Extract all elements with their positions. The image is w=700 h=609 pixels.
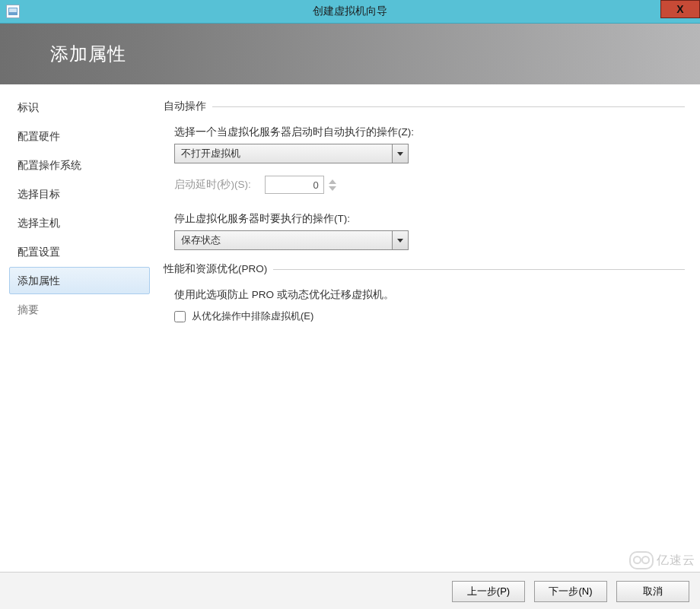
title-bar: 创建虚拟机向导 X <box>0 0 700 24</box>
spinner-down-icon[interactable] <box>329 186 336 191</box>
previous-button[interactable]: 上一步(P) <box>452 581 525 602</box>
group-divider <box>273 269 685 270</box>
start-action-select[interactable]: 不打开虚拟机 <box>174 144 409 163</box>
group-label: 自动操作 <box>164 100 206 113</box>
chevron-down-icon[interactable] <box>392 231 408 249</box>
nav-item-summary[interactable]: 摘要 <box>9 296 150 323</box>
stop-action-value: 保存状态 <box>175 231 392 249</box>
wizard-footer: 上一步(P) 下一步(N) 取消 <box>0 572 700 609</box>
nav-item-hardware[interactable]: 配置硬件 <box>9 122 150 150</box>
nav-item-host[interactable]: 选择主机 <box>9 209 150 236</box>
stop-action-select[interactable]: 保存状态 <box>174 230 409 250</box>
chevron-down-icon[interactable] <box>392 144 408 163</box>
group-pro: 性能和资源优化(PRO) <box>164 262 685 276</box>
wizard-header: 添加属性 <box>0 24 700 84</box>
nav-item-settings[interactable]: 配置设置 <box>9 238 150 265</box>
start-action-field: 选择一个当虚拟化服务器启动时自动执行的操作(Z): 不打开虚拟机 <box>174 125 685 163</box>
cancel-button[interactable]: 取消 <box>616 581 689 602</box>
exclude-optimization-checkbox[interactable] <box>174 311 186 322</box>
close-button[interactable]: X <box>660 0 700 18</box>
startup-delay-input[interactable] <box>265 176 324 194</box>
startup-delay-label: 启动延时(秒)(S): <box>174 178 251 192</box>
page-title: 添加属性 <box>50 42 126 66</box>
next-button[interactable]: 下一步(N) <box>534 581 607 602</box>
pro-description: 使用此选项防止 PRO 或动态优化迁移虚拟机。 <box>174 288 685 302</box>
startup-delay-field: 启动延时(秒)(S): <box>174 176 685 194</box>
window-title: 创建虚拟机向导 <box>0 5 700 18</box>
nav-item-properties[interactable]: 添加属性 <box>9 267 150 294</box>
wizard-body: 标识 配置硬件 配置操作系统 选择目标 选择主机 配置设置 添加属性 摘要 自动… <box>0 84 700 572</box>
start-action-value: 不打开虚拟机 <box>175 144 392 163</box>
stop-action-field: 停止虚拟化服务器时要执行的操作(T): 保存状态 <box>174 212 685 250</box>
stop-action-label: 停止虚拟化服务器时要执行的操作(T): <box>174 212 685 226</box>
spinner-up-icon[interactable] <box>329 179 336 184</box>
nav-item-identity[interactable]: 标识 <box>9 94 150 121</box>
sidebar: 标识 配置硬件 配置操作系统 选择目标 选择主机 配置设置 添加属性 摘要 <box>0 84 156 572</box>
content-pane: 自动操作 选择一个当虚拟化服务器启动时自动执行的操作(Z): 不打开虚拟机 启动… <box>156 84 700 572</box>
app-icon <box>6 5 20 18</box>
start-action-label: 选择一个当虚拟化服务器启动时自动执行的操作(Z): <box>174 125 685 139</box>
nav-item-target[interactable]: 选择目标 <box>9 180 150 208</box>
startup-delay-spinner[interactable] <box>329 179 336 191</box>
group-divider <box>212 106 685 107</box>
nav-item-os[interactable]: 配置操作系统 <box>9 151 150 179</box>
exclude-optimization-label: 从优化操作中排除虚拟机(E) <box>192 309 313 323</box>
group-auto-operations: 自动操作 <box>164 100 685 113</box>
svg-rect-1 <box>9 8 17 12</box>
exclude-optimization-field: 从优化操作中排除虚拟机(E) <box>174 309 685 323</box>
group-label: 性能和资源优化(PRO) <box>164 262 267 276</box>
